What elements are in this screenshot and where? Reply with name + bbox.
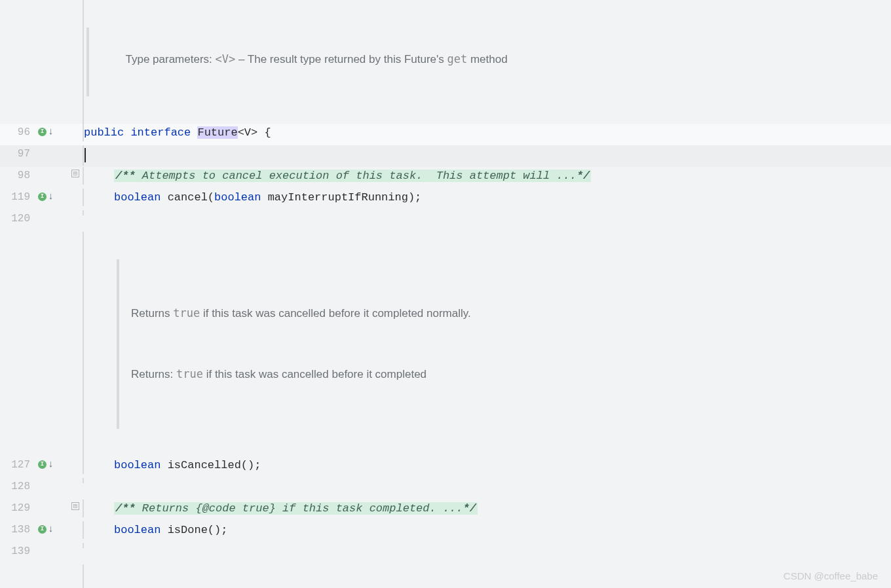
keyword-boolean-param: boolean [214,191,268,204]
down-arrow-icon: ↓ [48,524,54,535]
code-line-96[interactable]: 96 I↓ public interface Future<V> { [0,124,891,145]
code-cell[interactable] [83,145,891,166]
type-name-future: Future [197,126,237,139]
code-line-129[interactable]: 129 ⊞ /** Returns {@code true} if this t… [0,500,891,521]
doc-text2: method [467,53,507,65]
marker-col[interactable]: I↓ [37,124,68,138]
marker-col [37,145,68,148]
line-number: 120 [0,210,37,225]
code-cell[interactable]: /** Attempts to cancel execution of this… [83,167,891,185]
doc-dash: – [235,53,248,65]
keyword-boolean: boolean [114,524,168,536]
method-isdone: isDone(); [168,524,228,536]
fold-expand-icon[interactable]: ⊞ [71,170,79,177]
doc-text: if this task was cancelled before it com… [200,307,471,320]
fold-col[interactable] [68,124,83,126]
text-cursor [85,148,86,162]
doc-text: Returns: [131,368,176,380]
fold-col[interactable]: ⊞ [68,500,83,510]
implemented-icon[interactable]: I [38,525,47,534]
keyword-boolean: boolean [114,191,168,204]
watermark-text: CSDN @coffee_babe [784,570,878,581]
marker-empty [37,0,68,3]
code-line-139[interactable]: 139 [0,543,891,564]
doc-comment-body: Returns {@code true} if this task comple… [142,502,463,515]
doc-comment-body: Attempts to cancel execution of this tas… [142,170,577,182]
keyword-boolean: boolean [114,459,168,471]
line-number: 127 [0,456,37,471]
doc-mono: get [447,52,467,65]
code-cell: Type parameters: <V> – The result type r… [83,0,891,124]
code-cell[interactable]: boolean cancel(boolean mayInterruptIfRun… [83,189,891,206]
doc-label: Type parameters: [125,53,215,65]
fold-col [68,189,83,191]
doc-text: if this task was cancelled before it com… [203,368,427,380]
line-number: 129 [0,500,37,514]
code-cell: Returns true if this task was cancelled … [83,232,891,456]
down-arrow-icon: ↓ [48,126,54,138]
doc-comment-close: */ [577,170,590,182]
fold-expand-icon[interactable]: ⊞ [71,502,79,510]
code-line-127[interactable]: 127 I↓ boolean isCancelled(); [0,456,891,478]
marker-col[interactable]: I↓ [37,189,68,202]
code-cell[interactable]: public interface Future<V> { [83,124,891,141]
fold-empty [68,0,83,3]
line-number: 97 [0,145,37,160]
code-cell[interactable]: boolean isCancelled(); [83,456,891,474]
marker-col[interactable]: I↓ [37,521,68,535]
code-line-98[interactable]: 98 ⊞ /** Attempts to cancel execution of… [0,167,891,189]
doc-text: Returns [131,307,173,320]
down-arrow-icon: ↓ [48,191,54,202]
fold-col [68,145,83,148]
javadoc-type-params: Type parameters: <V> – The result type r… [86,28,891,96]
code-line-97[interactable]: 97 [0,145,891,167]
line-number: 128 [0,478,37,492]
code-cell[interactable]: /** Returns {@code true} if this task co… [83,500,891,517]
doc-comment-close: */ [463,502,476,515]
generic-decl: <V> { [238,126,271,139]
implemented-icon[interactable]: I [38,128,47,136]
line-number: 96 [0,124,37,138]
keyword-public: public [84,126,130,139]
line-number: 119 [0,189,37,203]
fold-col[interactable]: ⊞ [68,167,83,177]
doc-mono: true [176,367,203,380]
keyword-interface: interface [130,126,197,139]
code-line-128[interactable]: 128 [0,478,891,500]
doc-row-iscancelled: Returns true if this task was cancelled … [0,232,891,456]
gutter-empty [0,0,37,3]
line-number: 138 [0,521,37,536]
code-editor[interactable]: Type parameters: <V> – The result type r… [0,0,891,588]
doc-param: <V> [216,52,236,65]
line-number: 98 [0,167,37,181]
doc-comment-open: /** [115,502,142,515]
code-line-119[interactable]: 119 I↓ boolean cancel(boolean mayInterru… [0,189,891,210]
implemented-icon[interactable]: I [38,193,47,201]
marker-col [37,167,68,170]
doc-mono: true [173,306,200,320]
code-line-120[interactable]: 120 [0,210,891,232]
doc-row-get: Waits if necessary for the computation t… [0,564,891,588]
marker-col[interactable]: I↓ [37,456,68,470]
implemented-icon[interactable]: I [38,460,47,469]
method-cancel: cancel( [168,191,214,204]
down-arrow-icon: ↓ [48,459,54,470]
doc-comment-open: /** [115,170,142,182]
doc-text: The result type returned by this Future'… [248,53,447,65]
code-line-138[interactable]: 138 I↓ boolean isDone(); [0,521,891,543]
code-cell[interactable]: boolean isDone(); [83,521,891,539]
line-number: 139 [0,543,37,557]
code-cell[interactable] [83,210,891,215]
param-name: mayInterruptIfRunning); [268,191,422,204]
doc-header-row: Type parameters: <V> – The result type r… [0,0,891,124]
method-iscancelled: isCancelled(); [168,459,261,471]
javadoc-panel: Returns true if this task was cancelled … [117,259,891,429]
